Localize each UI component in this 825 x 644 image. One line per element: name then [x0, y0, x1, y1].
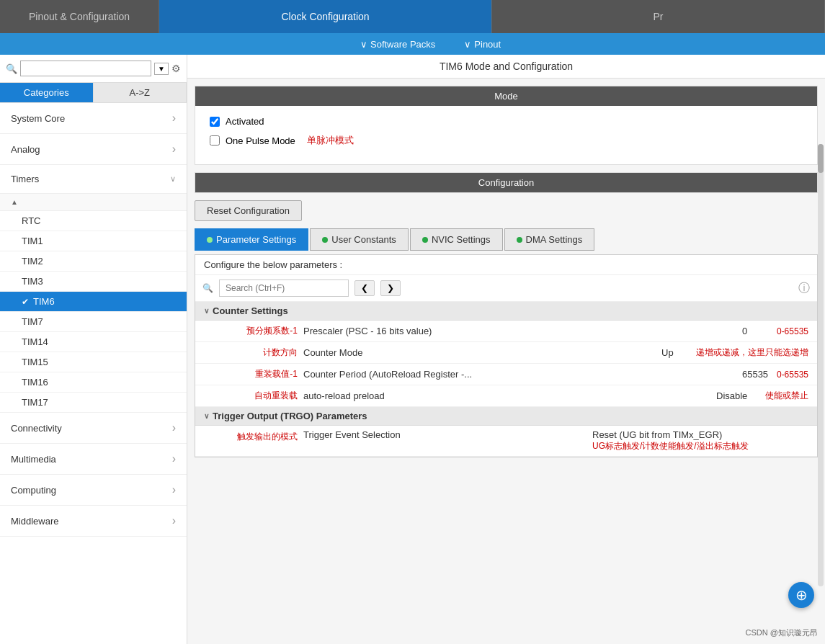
counter-mode-name: Counter Mode	[303, 347, 661, 358]
search-input[interactable]	[20, 61, 151, 76]
auto-reload-annotation: 自动重装载	[204, 390, 298, 402]
sidebar-item-system-core[interactable]: System Core ›	[0, 103, 187, 134]
scrollbar-thumb[interactable]	[818, 144, 824, 173]
prescaler-value: 0	[742, 326, 771, 336]
activated-row: Activated	[210, 116, 803, 127]
zoom-in-button[interactable]: ⊕	[788, 582, 814, 608]
tab-pr[interactable]: Pr	[492, 0, 825, 33]
counter-mode-row: 计数方向 Counter Mode Up 递增或递减，这里只能选递增	[195, 342, 817, 364]
chevron-right-icon-4: ›	[172, 452, 176, 465]
search-icon: 🔍	[6, 63, 17, 74]
check-icon: ✔	[22, 297, 29, 307]
sidebar-item-tim3[interactable]: TIM3	[0, 272, 187, 292]
tab-dot-3	[422, 237, 428, 243]
sidebar-item-computing[interactable]: Computing ›	[0, 475, 187, 506]
sidebar-item-middleware[interactable]: Middleware ›	[0, 506, 187, 537]
sidebar-item-tim16[interactable]: TIM16	[0, 372, 187, 393]
counter-period-value: 65535	[742, 369, 771, 380]
chevron-down-icon-5: ∨	[204, 412, 209, 420]
mode-section: Mode Activated One Pulse Mode 单脉冲模式	[195, 86, 818, 165]
config-section: Configuration	[195, 172, 818, 193]
tab-dot-1	[207, 237, 213, 243]
search-icon-2: 🔍	[202, 283, 213, 293]
trigger-event-note: UG标志触发/计数使能触发/溢出标志触发	[592, 440, 808, 452]
pinout-btn[interactable]: ∨ Pinout	[450, 39, 515, 50]
sub-nav: ∨ Software Packs ∨ Pinout	[0, 33, 825, 55]
chevron-right-icon-6: ›	[172, 514, 176, 527]
sidebar-item-tim2[interactable]: TIM2	[0, 251, 187, 272]
trigger-right: Reset (UG bit from TIMx_EGR) UG标志触发/计数使能…	[592, 429, 808, 452]
counter-period-note: 0-65535	[777, 370, 808, 380]
chevron-right-icon: ›	[172, 112, 176, 125]
main-layout: 🔍 ▼ ⚙ Categories A->Z System Core › Anal…	[0, 55, 825, 644]
trigger-event-value: Reset (UG bit from TIMx_EGR)	[592, 429, 808, 440]
sidebar-item-connectivity[interactable]: Connectivity ›	[0, 413, 187, 444]
nav-next-icon: ❯	[387, 283, 394, 293]
auto-reload-value: Disable	[716, 390, 759, 401]
chevron-right-icon-3: ›	[172, 421, 176, 434]
sidebar-item-tim14[interactable]: TIM14	[0, 332, 187, 352]
tab-az[interactable]: A->Z	[94, 83, 187, 102]
config-tabs: Parameter Settings User Constants NVIC S…	[195, 228, 818, 251]
activated-checkbox[interactable]	[210, 117, 220, 127]
tab-dma-settings[interactable]: DMA Settings	[504, 228, 595, 251]
top-nav: Pinout & Configuration Clock Configurati…	[0, 0, 825, 33]
one-pulse-annotation: 单脉冲模式	[307, 134, 354, 147]
mode-body: Activated One Pulse Mode 单脉冲模式	[195, 106, 817, 164]
chevron-right-icon-2: ›	[172, 143, 176, 156]
tab-pinout[interactable]: Pinout & Configuration	[0, 0, 159, 33]
software-packs-btn[interactable]: ∨ Software Packs	[346, 39, 450, 50]
sidebar-item-timers[interactable]: Timers ∨	[0, 165, 187, 194]
sidebar: 🔍 ▼ ⚙ Categories A->Z System Core › Anal…	[0, 55, 187, 644]
sidebar-items: System Core › Analog › Timers ∨ ▲ RTC TI…	[0, 103, 187, 644]
counter-mode-value: Up	[661, 347, 690, 358]
sidebar-item-tim17[interactable]: TIM17	[0, 393, 187, 413]
prescaler-name: Prescaler (PSC - 16 bits value)	[303, 326, 742, 336]
sidebar-item-rtc[interactable]: RTC	[0, 211, 187, 231]
tab-parameter-settings[interactable]: Parameter Settings	[195, 228, 308, 251]
counter-period-name: Counter Period (AutoReload Register -...	[303, 369, 742, 380]
one-pulse-row: One Pulse Mode 单脉冲模式	[210, 134, 803, 147]
sidebar-item-analog[interactable]: Analog ›	[0, 134, 187, 165]
sidebar-item-tim1[interactable]: TIM1	[0, 231, 187, 251]
auto-reload-name: auto-reload preload	[303, 390, 716, 401]
sidebar-item-multimedia[interactable]: Multimedia ›	[0, 444, 187, 475]
sidebar-item-tim7[interactable]: TIM7	[0, 312, 187, 332]
counter-period-row: 重装载值-1 Counter Period (AutoReload Regist…	[195, 364, 817, 385]
next-btn[interactable]: ❯	[380, 280, 401, 296]
info-icon[interactable]: ⓘ	[798, 281, 810, 296]
gear-icon[interactable]: ⚙	[171, 63, 181, 74]
chevron-down-icon-2: ∨	[464, 39, 471, 50]
counter-mode-annotation: 计数方向	[204, 346, 298, 359]
auto-reload-note: 使能或禁止	[765, 390, 808, 402]
category-tabs: Categories A->Z	[0, 83, 187, 103]
auto-reload-row: 自动重装载 auto-reload preload Disable 使能或禁止	[195, 385, 817, 407]
param-search-input[interactable]	[219, 279, 349, 297]
chevron-down-icon: ∨	[360, 39, 367, 50]
tab-nvic-settings[interactable]: NVIC Settings	[410, 228, 503, 251]
nav-prev-icon: ❮	[361, 283, 368, 293]
sidebar-item-tim6[interactable]: ✔ TIM6	[0, 292, 187, 312]
arrow-up-icon: ▲	[11, 198, 18, 206]
counter-mode-note: 递增或递减，这里只能选递增	[696, 346, 808, 359]
tab-categories[interactable]: Categories	[0, 83, 94, 102]
dropdown-arrow[interactable]: ▼	[154, 63, 169, 75]
timers-sub-header: ▲	[0, 194, 187, 211]
reset-config-button[interactable]: Reset Configuration	[195, 200, 302, 221]
tab-dot-2	[322, 237, 328, 243]
content-area: TIM6 Mode and Configuration Mode Activat…	[187, 55, 825, 644]
one-pulse-checkbox[interactable]	[210, 135, 220, 146]
tab-user-constants[interactable]: User Constants	[310, 228, 409, 251]
chevron-right-icon-5: ›	[172, 483, 176, 496]
prescaler-annotation: 预分频系数-1	[204, 325, 298, 337]
tab-clock[interactable]: Clock Configuration	[159, 0, 492, 33]
scrollbar[interactable]	[818, 144, 824, 586]
search-bar: 🔍 ▼ ⚙	[0, 55, 187, 83]
param-area: Configure the below parameters : 🔍 ❮ ❯ ⓘ…	[195, 254, 818, 457]
reset-btn-container: Reset Configuration	[195, 200, 818, 221]
sidebar-item-tim15[interactable]: TIM15	[0, 352, 187, 372]
counter-settings-header[interactable]: ∨ Counter Settings	[195, 302, 817, 321]
prev-btn[interactable]: ❮	[354, 280, 375, 296]
trigger-header[interactable]: ∨ Trigger Output (TRGO) Parameters	[195, 407, 817, 426]
zoom-in-icon: ⊕	[795, 586, 808, 604]
